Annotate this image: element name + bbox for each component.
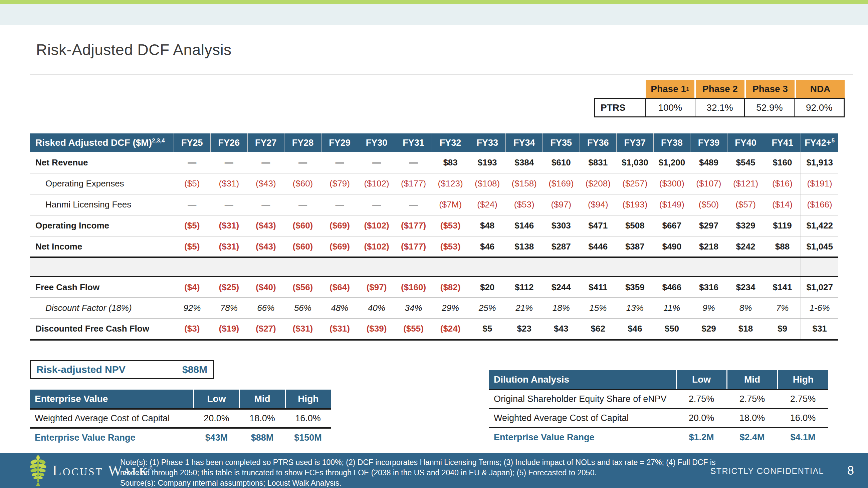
footnote-line: Source(s): Company internal assumptions;… (120, 478, 721, 488)
top-band (0, 4, 868, 25)
dcf-cell: $1,045 (801, 236, 838, 257)
dcf-cell (617, 257, 654, 276)
dcf-cell: ($24) (432, 319, 469, 339)
dcf-spacer-row (30, 257, 838, 276)
dcf-cell (542, 257, 580, 276)
footnotes: Note(s): (1) Phase 1 has been completed … (120, 457, 721, 488)
dcf-cell: 56% (284, 297, 321, 319)
dcf-cell (211, 257, 248, 276)
dcf-cell: ($64) (321, 276, 358, 297)
dcf-cell: 29% (432, 297, 469, 319)
dcf-row: Free Cash Flow($4)($25)($40)($56)($64)($… (30, 276, 838, 297)
dcf-cell: — (211, 194, 248, 215)
dcf-cell: 34% (395, 297, 432, 319)
row-value: $4.1M (778, 428, 828, 447)
dcf-cell: ($169) (542, 173, 580, 194)
dcf-cell: $5 (469, 319, 506, 339)
dcf-table-wrap: Risked Adjusted DCF ($M)2,3,4FY25FY26FY2… (30, 133, 838, 340)
dcf-col-fy40: FY40 (727, 133, 764, 152)
ptrs-col-label: NDA (810, 84, 831, 94)
dcf-cell: $18 (727, 319, 764, 339)
table-row: Enterprise Value Range$1.2M$2.4M$4.1M (489, 428, 828, 447)
ptrs-col-nda: NDA (795, 80, 845, 98)
dcf-cell: ($102) (358, 236, 395, 257)
npv-label: Risk-adjusted NPV (36, 364, 126, 375)
dcf-cell: $1,030 (617, 152, 654, 173)
dcf-row-label: Hanmi Licensing Fees (30, 194, 174, 215)
dcf-col-fy33: FY33 (469, 133, 506, 152)
row-label: Enterprise Value Range (489, 428, 676, 447)
table-header-row: Enterprise ValueLowMidHigh (30, 390, 331, 409)
footer: Locust Walk® Note(s): (1) Phase 1 has be… (0, 453, 868, 488)
dcf-cell: 40% (358, 297, 395, 319)
dcf-cell: $545 (727, 152, 764, 173)
dcf-cell: ($102) (358, 215, 395, 236)
table-col-low: Low (194, 390, 239, 409)
dcf-cell: $508 (617, 215, 654, 236)
row-value: 16.0% (285, 409, 331, 428)
dcf-col-fy30: FY30 (358, 133, 395, 152)
dcf-cell: ($19) (211, 319, 248, 339)
dcf-table: Risked Adjusted DCF ($M)2,3,4FY25FY26FY2… (30, 133, 838, 340)
dcf-cell: $466 (653, 276, 690, 297)
ptrs-col-phase1: Phase 11 (644, 80, 694, 98)
dcf-cell: ($69) (321, 236, 358, 257)
dcf-cell: ($3) (174, 319, 211, 339)
dcf-cell: ($57) (727, 194, 764, 215)
dcf-cell: ($31) (211, 236, 248, 257)
dcf-cell: ($5) (174, 236, 211, 257)
dcf-row-label: Free Cash Flow (30, 276, 174, 297)
row-value: 20.0% (676, 409, 727, 428)
dcf-cell: $610 (542, 152, 580, 173)
dcf-cell: ($177) (395, 215, 432, 236)
dcf-cell (358, 257, 395, 276)
row-value: 2.75% (676, 390, 727, 409)
dcf-cell: $316 (690, 276, 727, 297)
row-label: Weighted Average Cost of Capital (30, 409, 194, 428)
dcf-cell: $218 (690, 236, 727, 257)
ptrs-col-label: Phase 2 (703, 84, 738, 94)
ptrs-value-nda: 92.0% (794, 99, 844, 117)
dcf-cell (321, 257, 358, 276)
dcf-cell: — (321, 152, 358, 173)
ptrs-col-phase3: Phase 3 (744, 80, 795, 98)
dcf-cell: $242 (727, 236, 764, 257)
table-col-high: High (285, 390, 331, 409)
dcf-row: Discounted Free Cash Flow($3)($19)($27)(… (30, 319, 838, 339)
dcf-cell: ($60) (284, 173, 321, 194)
ptrs-col-phase2: Phase 2 (694, 80, 744, 98)
dcf-cell: $329 (727, 215, 764, 236)
locust-tree-icon (28, 455, 48, 486)
dcf-cell: ($191) (801, 173, 838, 194)
dcf-cell: $297 (690, 215, 727, 236)
dcf-cell (247, 257, 284, 276)
dcf-cell: ($166) (801, 194, 838, 215)
dcf-cell: ($43) (247, 173, 284, 194)
dcf-cell: — (358, 152, 395, 173)
dcf-cell: ($31) (211, 215, 248, 236)
dcf-cell: ($4) (174, 276, 211, 297)
dcf-cell: 66% (247, 297, 284, 319)
dcf-cell: $138 (506, 236, 543, 257)
dcf-cell: ($60) (284, 236, 321, 257)
row-label: Original Shareholder Equity Share of eNP… (489, 390, 676, 409)
dcf-cell: ($55) (395, 319, 432, 339)
dcf-cell: $411 (580, 276, 617, 297)
dcf-cell: ($56) (284, 276, 321, 297)
ptrs-header-empty-cell (594, 80, 644, 98)
ptrs-row-label: PTRS (595, 99, 645, 117)
dcf-row-label: Discounted Free Cash Flow (30, 319, 174, 339)
dcf-cell: $1,027 (801, 276, 838, 297)
dcf-col-fy32: FY32 (432, 133, 469, 152)
slide: Risk-Adjusted DCF Analysis Phase 11 Phas… (0, 0, 868, 488)
dcf-cell: ($149) (653, 194, 690, 215)
dcf-cell: — (247, 194, 284, 215)
dcf-cell (469, 257, 506, 276)
dcf-cell (506, 257, 543, 276)
dcf-cell: — (174, 152, 211, 173)
dcf-cell: ($69) (321, 215, 358, 236)
ptrs-value-phase1: 100% (645, 99, 695, 117)
footnote-line: modeled through 2050; this table is trun… (120, 468, 721, 478)
dcf-cell: ($53) (506, 194, 543, 215)
dcf-cell: ($43) (247, 236, 284, 257)
